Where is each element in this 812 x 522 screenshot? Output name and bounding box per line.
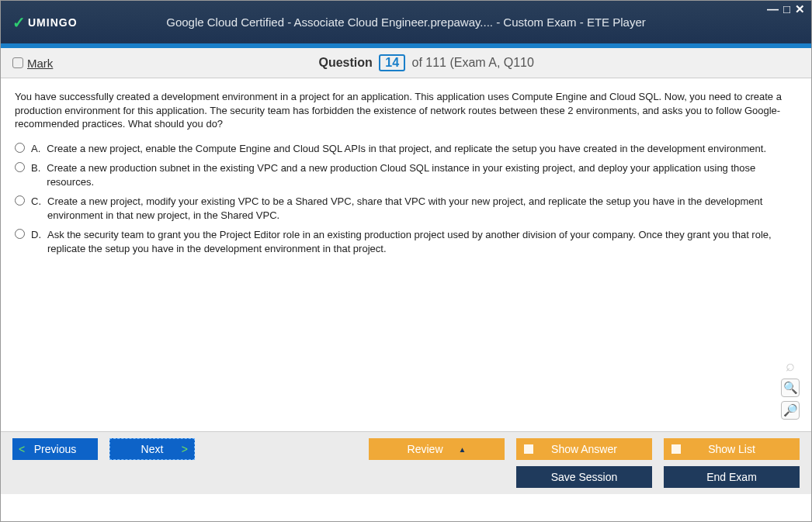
close-icon[interactable]: ✕ <box>795 2 805 16</box>
mark-label: Mark <box>27 57 53 70</box>
window-title: Google Cloud Certified - Associate Cloud… <box>166 16 646 29</box>
chevron-left-icon: < <box>19 443 25 455</box>
option-text: Create a new project, modify your existi… <box>47 195 797 222</box>
zoom-controls: ⌕ 🔍 🔎 <box>781 356 800 420</box>
review-label: Review <box>408 443 443 455</box>
option-letter: D. <box>31 228 41 242</box>
question-number: 14 <box>379 54 405 71</box>
logo-text: UMINGO <box>28 16 78 29</box>
question-word: Question <box>318 56 372 69</box>
footer: < Previous Next > Review ▲ Show Answer S… <box>1 431 811 494</box>
previous-label: Previous <box>34 443 76 455</box>
checkbox-icon <box>671 444 681 454</box>
option-letter: A. <box>31 142 40 156</box>
window-controls: — □ ✕ <box>767 2 805 16</box>
option-b[interactable]: B. Create a new production subnet in the… <box>15 161 797 188</box>
mark-checkbox[interactable]: Mark <box>12 57 53 70</box>
radio-icon[interactable] <box>15 162 25 172</box>
check-icon: ✓ <box>12 13 26 32</box>
option-d[interactable]: D. Ask the security team to grant you th… <box>15 228 797 255</box>
end-exam-label: End Exam <box>706 471 757 483</box>
previous-button[interactable]: < Previous <box>12 438 98 460</box>
show-list-label: Show List <box>708 443 755 455</box>
show-list-button[interactable]: Show List <box>664 438 800 460</box>
footer-row-1: < Previous Next > Review ▲ Show Answer S… <box>12 438 800 460</box>
save-session-label: Save Session <box>551 471 618 483</box>
minimize-icon[interactable]: — <box>767 2 779 16</box>
option-text: Create a new production subnet in the ex… <box>47 161 797 188</box>
save-session-button[interactable]: Save Session <box>516 466 652 488</box>
question-total: of 111 (Exam A, Q110 <box>411 56 533 69</box>
show-answer-label: Show Answer <box>551 443 617 455</box>
next-button[interactable]: Next > <box>109 438 195 460</box>
triangle-up-icon: ▲ <box>459 445 467 454</box>
logo: ✓ UMINGO <box>12 13 78 32</box>
option-letter: B. <box>31 161 40 175</box>
question-text: You have successfully created a developm… <box>15 90 797 131</box>
checkbox-icon <box>524 444 533 454</box>
content-area: You have successfully created a developm… <box>1 78 811 431</box>
option-text: Ask the security team to grant you the P… <box>47 228 797 255</box>
option-letter: C. <box>31 195 41 209</box>
question-indicator: Question 14 of 111 (Exam A, Q110 <box>53 54 800 71</box>
radio-icon[interactable] <box>15 143 25 153</box>
checkbox-icon[interactable] <box>12 57 23 68</box>
show-answer-button[interactable]: Show Answer <box>516 438 652 460</box>
radio-icon[interactable] <box>15 229 25 239</box>
options-list: A. Create a new project, enable the Comp… <box>15 142 797 256</box>
end-exam-button[interactable]: End Exam <box>664 466 800 488</box>
next-label: Next <box>141 443 164 455</box>
option-a[interactable]: A. Create a new project, enable the Comp… <box>15 142 797 156</box>
chevron-right-icon: > <box>182 443 188 455</box>
question-header: Mark Question 14 of 111 (Exam A, Q110 <box>1 48 811 78</box>
titlebar: ✓ UMINGO Google Cloud Certified - Associ… <box>1 1 811 43</box>
zoom-out-icon[interactable]: 🔎 <box>781 401 800 420</box>
option-text: Create a new project, enable the Compute… <box>47 142 797 156</box>
search-icon[interactable]: ⌕ <box>781 356 800 375</box>
option-c[interactable]: C. Create a new project, modify your exi… <box>15 195 797 222</box>
zoom-in-icon[interactable]: 🔍 <box>781 379 800 397</box>
footer-row-2: Save Session End Exam <box>12 466 800 488</box>
review-button[interactable]: Review ▲ <box>369 438 505 460</box>
radio-icon[interactable] <box>15 195 25 206</box>
maximize-icon[interactable]: □ <box>783 2 790 16</box>
